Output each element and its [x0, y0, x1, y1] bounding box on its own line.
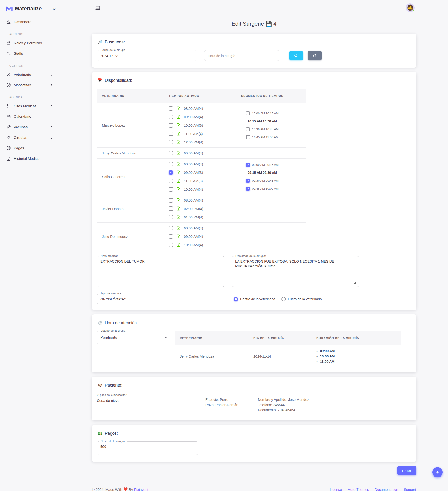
checkbox-checked[interactable] [246, 163, 250, 167]
sidebar-item-dashboard[interactable]: Dashboard [3, 17, 57, 27]
time-slot-label: 11:00 AM(4) [184, 132, 203, 136]
checkbox-unchecked[interactable] [169, 162, 173, 166]
user-avatar[interactable]: 🧔 [406, 3, 415, 12]
sidebar-item-label: Historial Medico [14, 157, 54, 161]
file-plus-icon[interactable] [176, 198, 181, 203]
checkbox-unchecked[interactable] [169, 187, 173, 191]
sidebar-item-vacunas[interactable]: Vacunas [3, 123, 57, 132]
hora-cirugia-input[interactable] [208, 54, 276, 58]
file-plus-icon[interactable] [176, 151, 181, 155]
pet-face-icon [6, 83, 11, 88]
time-slot-label: 10:00 AM(3) [184, 123, 203, 127]
checkbox-unchecked[interactable] [169, 215, 173, 219]
checkbox-unchecked[interactable] [169, 106, 173, 111]
time-slot-label: 10:00 AM(4) [184, 187, 203, 191]
checkbox-checked[interactable] [169, 170, 173, 175]
radio-dentro-de-la-veterinaria[interactable]: Dentro de la veterinaria [234, 297, 275, 301]
footer-link-documentation[interactable]: Documentation [375, 488, 398, 491]
checkbox-checked[interactable] [246, 179, 250, 183]
file-plus-icon[interactable] [176, 106, 181, 111]
checkbox-unchecked[interactable] [169, 151, 173, 155]
costo-input[interactable] [100, 444, 195, 448]
hora-atencion-table: VETERINARIO DIA DE LA CIRUJÍA DURACIÓN D… [175, 331, 401, 367]
veterinario-row: Javier Donato08:00 AM(4)02:00 PM(4)01:00… [97, 195, 306, 223]
pixinvent-link[interactable]: Pixinvent [134, 488, 148, 491]
file-plus-icon[interactable] [176, 243, 181, 247]
reset-button[interactable] [308, 51, 322, 60]
sidebar-item-calendario[interactable]: Calendario [3, 112, 57, 121]
mascota-select[interactable]: ¿Quien es la mascotita? Copa de nieve [97, 393, 198, 413]
checkbox-unchecked[interactable] [169, 198, 173, 203]
checkbox-unchecked[interactable] [169, 123, 173, 128]
checkbox-unchecked[interactable] [169, 115, 173, 119]
page-title-text: Edit Surgerie [232, 20, 264, 27]
checkbox-unchecked[interactable] [169, 140, 173, 144]
footer-link-support[interactable]: Support [404, 488, 416, 491]
file-plus-icon[interactable] [176, 162, 181, 166]
file-plus-icon[interactable] [176, 123, 181, 128]
checkbox-unchecked[interactable] [169, 234, 173, 239]
scroll-top-button[interactable] [432, 467, 443, 477]
estado-cirujia-select[interactable]: Estado de la cirujia Pendiente [97, 331, 172, 344]
nota-medica-textarea[interactable]: EXTRACCIÓN DEL TUMOR [100, 259, 221, 284]
chevron-right-icon [50, 136, 54, 140]
time-slot-label: 09:00 AM(4) [184, 151, 203, 155]
footer-link-more-themes[interactable]: More Themes [347, 488, 369, 491]
paciente-info-line: Raza: Pastor Alemán [205, 402, 258, 407]
checkbox-unchecked[interactable] [169, 243, 173, 247]
file-plus-icon[interactable] [176, 114, 181, 119]
checkbox-unchecked[interactable] [169, 179, 173, 183]
fecha-cirugia-input[interactable] [100, 54, 194, 58]
paciente-info-line: Documento: 704845454 [258, 407, 309, 413]
time-slot-label: 09:00 AM(4) [184, 235, 203, 238]
veterinario-name: Javier Donato [97, 207, 165, 211]
time-slot-row: 12:00 PM(4) [169, 138, 218, 146]
file-plus-icon[interactable] [176, 170, 181, 175]
search-button[interactable] [289, 51, 303, 60]
resultado-textarea[interactable]: LA EXTRACCIÓN FUE EXITOSA, SOLO NECESITA… [235, 259, 356, 284]
file-plus-icon[interactable] [176, 131, 181, 136]
calendar-icon: 📅 [98, 78, 103, 83]
sidebar-item-mascotitas[interactable]: Mascotitas [3, 80, 57, 90]
file-plus-icon[interactable] [176, 206, 181, 211]
sidebar-collapse-icon[interactable]: « [53, 6, 55, 11]
checkbox-unchecked[interactable] [246, 135, 250, 139]
file-plus-icon[interactable] [176, 234, 181, 239]
time-slot-label: 08:00 AM(4) [184, 198, 203, 202]
sidebar-item-pagos[interactable]: Pagos [3, 143, 57, 153]
app-layout: Materialize « DashboardACCESOSRoles y Pe… [0, 0, 448, 491]
checkbox-checked[interactable] [246, 187, 250, 191]
sidebar-item-veterinario[interactable]: Veterinario [3, 70, 57, 79]
screen-share-icon[interactable] [95, 5, 101, 11]
sidebar-item-staffs[interactable]: Staffs [3, 49, 57, 58]
editar-button[interactable]: Editar [397, 466, 417, 475]
radio-fuera-de-la-veterinaria[interactable]: Fuera de la veterinaria [281, 297, 322, 301]
pagos-card: 💵 Pagos: Costo de la cirugia: [92, 425, 417, 462]
file-plus-icon[interactable] [176, 187, 181, 191]
sidebar-item-historial-medico[interactable]: Historial Medico [3, 154, 57, 163]
file-plus-icon[interactable] [176, 140, 181, 144]
checkbox-unchecked[interactable] [169, 132, 173, 136]
search-icon: 🔎 [98, 40, 103, 45]
duracion-item: 10:00 AM [316, 354, 401, 359]
file-plus-icon[interactable] [176, 215, 181, 219]
time-slot-label: 09:00 AM(3) [184, 170, 203, 174]
veterinario-name: Jerry Carlos Mendoza [97, 151, 165, 155]
footer-link-license[interactable]: License [330, 488, 342, 491]
checkbox-unchecked[interactable] [169, 226, 173, 230]
file-plus-icon[interactable] [176, 179, 181, 183]
hora-atencion-heading: ⏱️ Hora de atención: [98, 321, 412, 325]
sidebar-item-citas-medicas[interactable]: Citas Medicas [3, 101, 57, 111]
time-slot-row: 11:00 AM(4) [169, 129, 218, 138]
sidebar-item-roles-y-permisos[interactable]: Roles y Permisos [3, 38, 57, 48]
paciente-info-line: Especie: Perro [205, 397, 258, 402]
footer-links: LicenseMore ThemesDocumentationSupport [330, 488, 416, 491]
checkbox-unchecked[interactable] [246, 111, 250, 115]
file-plus-icon[interactable] [176, 226, 181, 230]
checkbox-unchecked[interactable] [169, 207, 173, 211]
sidebar-item-cirug-as[interactable]: Cirugías [3, 133, 57, 142]
radio-selected-icon[interactable] [234, 297, 238, 301]
tipo-cirugias-select[interactable]: Tipo de cirugias ONCOLÓGICAS [97, 294, 224, 304]
radio-unselected-icon[interactable] [281, 297, 286, 301]
checkbox-unchecked[interactable] [246, 127, 250, 131]
